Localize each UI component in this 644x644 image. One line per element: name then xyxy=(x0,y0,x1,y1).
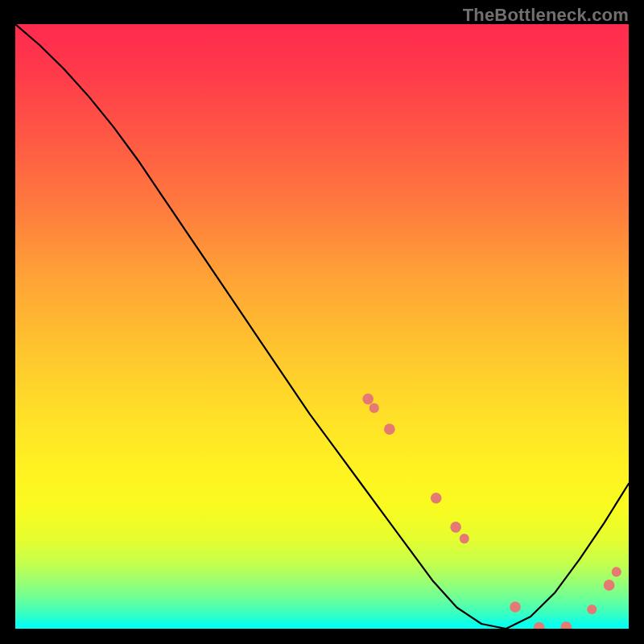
data-segment xyxy=(378,412,386,423)
data-point xyxy=(604,580,615,591)
data-point xyxy=(612,567,621,576)
bottleneck-curve xyxy=(15,24,629,629)
data-point xyxy=(560,621,572,629)
chart-svg xyxy=(15,24,629,629)
data-segment xyxy=(403,450,423,479)
data-point xyxy=(510,601,521,613)
data-point xyxy=(431,493,442,504)
data-segment xyxy=(422,477,432,493)
data-point xyxy=(460,534,469,543)
data-markers xyxy=(362,394,621,629)
data-segment xyxy=(502,588,508,597)
watermark-text: TheBottleneck.com xyxy=(463,5,629,26)
data-segment xyxy=(573,621,581,625)
data-point xyxy=(384,423,395,435)
plot-area xyxy=(15,24,629,629)
data-segment xyxy=(442,506,450,518)
data-point xyxy=(369,403,379,413)
data-point xyxy=(362,394,374,405)
data-segment xyxy=(481,562,493,577)
data-point xyxy=(534,622,545,629)
chart-frame: TheBottleneck.com xyxy=(0,0,644,644)
data-point xyxy=(450,522,461,533)
data-segment xyxy=(390,431,402,450)
data-point xyxy=(587,605,597,614)
